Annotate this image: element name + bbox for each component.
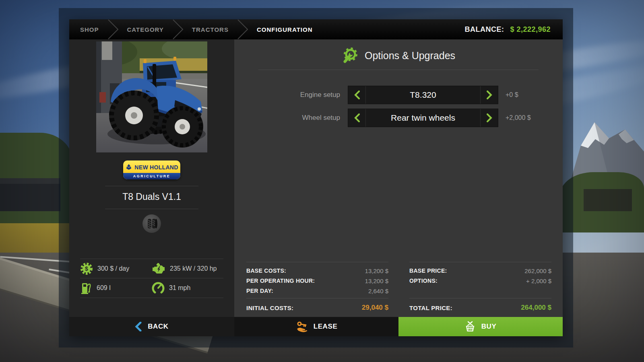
config-rows: Engine setup T8.320 +0 $ bbox=[234, 86, 563, 132]
cost-value: 262,000 $ bbox=[524, 266, 551, 276]
config-row-wheels: Wheel setup Rear twin wheels +2,000 $ bbox=[234, 109, 563, 127]
total-price-row: TOTAL PRICE: 264,000 $ bbox=[409, 298, 551, 317]
initial-costs-row: INITIAL COSTS: 29,040 $ bbox=[246, 298, 388, 317]
maintenance-cost-icon: $ bbox=[80, 262, 93, 275]
selected-option: Rear twin wheels bbox=[366, 109, 480, 127]
total-label: INITIAL COSTS: bbox=[246, 304, 293, 311]
max-speed-icon bbox=[152, 282, 165, 294]
cost-label: PER OPERATING HOUR: bbox=[246, 276, 315, 286]
cost-row: OPTIONS: + 2,000 $ bbox=[409, 276, 551, 286]
buy-label: BUY bbox=[481, 323, 497, 331]
option-price: +2,000 $ bbox=[506, 114, 531, 121]
chevron-right-icon bbox=[486, 90, 493, 99]
cost-row: PER OPERATING HOUR: 13,200 $ bbox=[246, 276, 388, 286]
initial-costs-value: 29,040 $ bbox=[362, 304, 388, 312]
cost-label: OPTIONS: bbox=[409, 276, 438, 286]
cost-value: 13,200 $ bbox=[365, 276, 388, 286]
lease-button[interactable]: LEASE bbox=[234, 317, 398, 336]
brand-name: NEW HOLLAND bbox=[134, 164, 178, 171]
chevron-left-icon bbox=[354, 90, 360, 99]
divider bbox=[105, 186, 198, 186]
brand-leaf-icon bbox=[125, 164, 132, 171]
divider bbox=[105, 209, 198, 209]
cost-row: BASE COSTS: 13,200 $ bbox=[246, 266, 388, 276]
next-option-button[interactable] bbox=[480, 86, 498, 104]
cost-value: 13,200 $ bbox=[365, 266, 388, 276]
svg-text:$: $ bbox=[85, 265, 88, 272]
options-header: Options & Upgrades bbox=[234, 47, 563, 64]
cost-label: BASE PRICE: bbox=[409, 266, 447, 276]
back-chevron-icon bbox=[135, 322, 142, 331]
back-button[interactable]: BACK bbox=[69, 317, 234, 336]
breadcrumb-separator-icon bbox=[237, 19, 249, 39]
total-label: TOTAL PRICE: bbox=[409, 304, 452, 311]
stat-value: 609 l bbox=[97, 284, 111, 292]
config-label: Wheel setup bbox=[234, 114, 348, 122]
shed bbox=[0, 183, 60, 211]
breadcrumb-item-shop[interactable]: SHOP bbox=[69, 26, 107, 33]
breadcrumb: SHOP CATEGORY TRACTORS CONFIGURATION BAL… bbox=[69, 19, 563, 39]
lease-hand-key-icon bbox=[295, 321, 308, 332]
config-row-engine: Engine setup T8.320 +0 $ bbox=[234, 86, 563, 104]
breadcrumb-item-category[interactable]: CATEGORY bbox=[119, 26, 172, 33]
balance: BALANCE: $ 2,222,962 bbox=[464, 25, 563, 34]
cost-label: BASE COSTS: bbox=[246, 266, 286, 276]
cost-row: PER DAY: 2,640 $ bbox=[246, 286, 388, 296]
cost-label: PER DAY: bbox=[246, 286, 273, 296]
stat-value: 235 kW / 320 hp bbox=[170, 265, 217, 272]
breadcrumb-item-tractors[interactable]: TRACTORS bbox=[184, 26, 237, 33]
breadcrumb-separator-icon bbox=[172, 19, 184, 39]
engine-setup-selector: T8.320 bbox=[348, 86, 498, 104]
breadcrumb-item-configuration: CONFIGURATION bbox=[249, 26, 321, 33]
stat-maintenance: $ 300 $ / day bbox=[80, 262, 152, 275]
gear-wrench-icon bbox=[342, 47, 358, 64]
shop-configuration-dialog: SHOP CATEGORY TRACTORS CONFIGURATION BAL… bbox=[69, 19, 563, 336]
vehicle-stats: $ 300 $ / day 235 kW / 320 hp bbox=[80, 259, 223, 298]
stat-power: 235 kW / 320 hp bbox=[152, 263, 223, 275]
brand-logo: NEW HOLLAND AGRICULTURE bbox=[123, 160, 180, 179]
engine-power-icon bbox=[152, 263, 165, 275]
next-option-button[interactable] bbox=[480, 109, 498, 127]
chevron-left-icon bbox=[354, 113, 360, 122]
stat-value: 31 mph bbox=[169, 284, 190, 292]
cost-value: + 2,000 $ bbox=[526, 276, 551, 286]
stat-speed: 31 mph bbox=[152, 282, 223, 294]
chevron-right-icon bbox=[486, 113, 493, 122]
total-price-value: 264,000 $ bbox=[521, 304, 551, 312]
costs-summary: BASE COSTS: 13,200 $ PER OPERATING HOUR:… bbox=[246, 262, 551, 317]
options-title: Options & Upgrades bbox=[365, 50, 455, 62]
balance-label: BALANCE: bbox=[464, 25, 504, 34]
stat-fuel: 609 l bbox=[80, 282, 152, 294]
buy-basket-icon bbox=[465, 321, 475, 332]
hut bbox=[584, 189, 632, 211]
balance-value: $ 2,222,962 bbox=[510, 25, 551, 34]
twin-tire-icon bbox=[145, 217, 159, 230]
cost-value: 2,640 $ bbox=[368, 286, 388, 296]
stat-value: 300 $ / day bbox=[97, 265, 129, 272]
buy-button[interactable]: BUY bbox=[398, 317, 563, 336]
lease-label: LEASE bbox=[314, 323, 338, 331]
prev-option-button[interactable] bbox=[348, 86, 366, 104]
wheel-setup-selector: Rear twin wheels bbox=[348, 109, 498, 127]
breadcrumb-separator-icon bbox=[107, 19, 119, 39]
config-label: Engine setup bbox=[234, 91, 348, 99]
divider bbox=[258, 70, 539, 70]
divider bbox=[246, 262, 388, 262]
option-price: +0 $ bbox=[506, 91, 518, 99]
vehicle-preview-image bbox=[96, 41, 207, 152]
dialog-frame: SHOP CATEGORY TRACTORS CONFIGURATION BAL… bbox=[59, 8, 573, 348]
options-panel: Options & Upgrades Engine setup T8.320 bbox=[234, 39, 563, 317]
brand-subtitle: AGRICULTURE bbox=[133, 174, 170, 178]
price-column: BASE PRICE: 262,000 $ OPTIONS: + 2,000 $… bbox=[409, 262, 551, 317]
vehicle-name: T8 Duals V1.1 bbox=[69, 191, 234, 202]
divider bbox=[409, 262, 551, 262]
action-bar: BACK LEASE BUY bbox=[69, 317, 563, 336]
cost-row: BASE PRICE: 262,000 $ bbox=[409, 266, 551, 276]
running-costs-column: BASE COSTS: 13,200 $ PER OPERATING HOUR:… bbox=[246, 262, 388, 317]
back-label: BACK bbox=[148, 323, 169, 331]
twin-wheels-config-button[interactable] bbox=[142, 214, 161, 233]
fuel-capacity-icon bbox=[80, 282, 92, 294]
selected-option: T8.320 bbox=[366, 86, 480, 104]
prev-option-button[interactable] bbox=[348, 109, 366, 127]
vehicle-panel: NEW HOLLAND AGRICULTURE T8 Duals V1.1 bbox=[69, 39, 234, 317]
